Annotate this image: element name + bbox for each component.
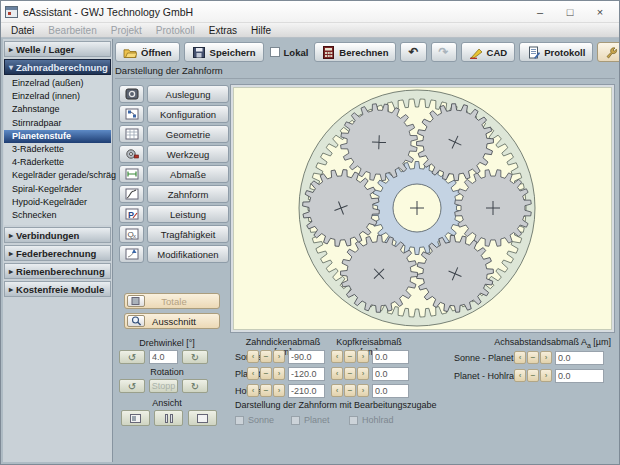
step-minus-icon[interactable]: −	[344, 367, 356, 380]
kopfkreis-sonne-input[interactable]	[372, 350, 409, 364]
achsabstand-planet-hohlrad-stepper[interactable]: ‹−›	[514, 369, 552, 382]
kopfkreis-hohlrad-input[interactable]	[372, 384, 409, 398]
step-right-icon[interactable]: ›	[273, 367, 285, 380]
geometrie-icon[interactable]	[119, 125, 144, 143]
step-left-icon[interactable]: ‹	[247, 384, 259, 397]
open-button[interactable]: Öffnen	[115, 42, 180, 62]
abmasse-icon[interactable]	[119, 165, 144, 183]
kopfkreis-planet-input[interactable]	[372, 367, 409, 381]
zahndicken-planet-input[interactable]	[288, 367, 325, 381]
auslegung-icon[interactable]	[119, 85, 144, 103]
view-split-button[interactable]	[154, 410, 183, 426]
step-left-icon[interactable]: ‹	[331, 350, 343, 363]
zahnform-button[interactable]: Zahnform	[147, 185, 229, 203]
step-right-icon[interactable]: ›	[357, 350, 369, 363]
leistung-button[interactable]: Leistung	[147, 205, 229, 223]
rotate-left-button[interactable]: ↺	[119, 350, 145, 364]
step-minus-icon[interactable]: −	[260, 367, 272, 380]
redo-button[interactable]: ↷	[431, 42, 457, 62]
sidebar-section-verbindungen[interactable]: ▸ Verbindungen	[4, 227, 111, 243]
sidebar-section-federberechnung[interactable]: ▸ Federberechnung	[4, 245, 111, 261]
maximize-button[interactable]: □	[555, 2, 585, 22]
auslegung-button[interactable]: Auslegung	[147, 85, 229, 103]
bearbeitung-hohlrad: Hohlrad	[349, 415, 394, 425]
tragfaehigkeit-button[interactable]: Tragfähigkeit	[147, 225, 229, 243]
zahndicken-planet-stepper[interactable]: ‹−›	[247, 367, 285, 380]
zahndicken-sonne-stepper[interactable]: ‹−›	[247, 350, 285, 363]
sidebar-item-einzelrad-aussen[interactable]: Einzelrad (außen)	[4, 77, 111, 90]
kopfkreis-sonne-stepper[interactable]: ‹−›	[331, 350, 369, 363]
close-button[interactable]: ×	[585, 2, 615, 22]
zahndicken-hohlrad-stepper[interactable]: ‹−›	[247, 384, 285, 397]
step-minus-icon[interactable]: −	[344, 384, 356, 397]
menu-hilfe[interactable]: Hilfe	[244, 25, 278, 36]
kopfkreis-hohlrad-stepper[interactable]: ‹−›	[331, 384, 369, 397]
achsabstand-sonne-planet-input[interactable]	[555, 351, 604, 365]
step-left-icon[interactable]: ‹	[331, 384, 343, 397]
cad-button[interactable]: CAD	[461, 42, 516, 62]
achsabstand-planet-hohlrad-input[interactable]	[555, 369, 604, 383]
step-right-icon[interactable]: ›	[357, 384, 369, 397]
step-left-icon[interactable]: ‹	[514, 369, 526, 382]
step-left-icon[interactable]: ‹	[514, 351, 526, 364]
step-right-icon[interactable]: ›	[273, 350, 285, 363]
step-minus-icon[interactable]: −	[260, 384, 272, 397]
zahndicken-hohlrad-input[interactable]	[288, 384, 325, 398]
werkzeug-button[interactable]: Werkzeug	[147, 145, 229, 163]
drehwinkel-input[interactable]	[149, 350, 178, 364]
werkzeug-icon[interactable]	[119, 145, 144, 163]
step-minus-icon[interactable]: −	[527, 351, 539, 364]
view-full-button[interactable]	[121, 410, 150, 426]
sidebar-section-kostenfreie-module[interactable]: ▸ Kostenfreie Module	[4, 281, 111, 297]
step-minus-icon[interactable]: −	[527, 369, 539, 382]
sidebar-item-3-raederkette[interactable]: 3-Räderkette	[4, 143, 111, 156]
step-right-icon[interactable]: ›	[540, 351, 552, 364]
ausschnitt-button[interactable]: Ausschnitt	[124, 313, 220, 329]
settings-button[interactable]: Einstellungen	[597, 42, 620, 62]
tragfaehigkeit-icon[interactable]: Qx	[119, 225, 144, 243]
sidebar-item-schnecken[interactable]: Schnecken	[4, 209, 111, 222]
step-right-icon[interactable]: ›	[357, 367, 369, 380]
save-button[interactable]: Speichern	[184, 42, 264, 62]
step-left-icon[interactable]: ‹	[331, 367, 343, 380]
step-right-icon[interactable]: ›	[540, 369, 552, 382]
konfiguration-icon[interactable]	[119, 105, 144, 123]
sidebar-item-zahnstange[interactable]: Zahnstange	[4, 103, 111, 116]
menu-extras[interactable]: Extras	[202, 25, 244, 36]
sidebar-item-einzelrad-innen[interactable]: Einzelrad (innen)	[4, 90, 111, 103]
undo-button[interactable]: ↶	[400, 42, 426, 62]
zahnform-icon[interactable]	[119, 185, 144, 203]
sidebar-item-4-raederkette[interactable]: 4-Räderkette	[4, 156, 111, 169]
step-right-icon[interactable]: ›	[273, 384, 285, 397]
sidebar-item-planetenstufe[interactable]: Planetenstufe	[4, 130, 111, 143]
modifikationen-icon[interactable]	[119, 245, 144, 263]
konfiguration-button[interactable]: Konfiguration	[147, 105, 229, 123]
sidebar-item-hypoid-kegelraeder[interactable]: Hypoid-Kegelräder	[4, 196, 111, 209]
step-left-icon[interactable]: ‹	[247, 367, 259, 380]
sidebar-item-stirnradpaar[interactable]: Stirnradpaar	[4, 117, 111, 130]
abmasse-button[interactable]: Abmaße	[147, 165, 229, 183]
rotation-left-button[interactable]: ↺	[119, 379, 145, 393]
rotate-right-button[interactable]: ↻	[182, 350, 208, 364]
sidebar-item-kegelraeder[interactable]: Kegelräder gerade/schräg	[4, 169, 111, 182]
step-minus-icon[interactable]: −	[344, 350, 356, 363]
zahndicken-sonne-input[interactable]	[288, 350, 325, 364]
kopfkreis-planet-stepper[interactable]: ‹−›	[331, 367, 369, 380]
geometrie-button[interactable]: Geometrie	[147, 125, 229, 143]
minimize-button[interactable]: –	[525, 2, 555, 22]
lokal-checkbox[interactable]	[270, 47, 280, 57]
menu-datei[interactable]: Datei	[4, 25, 41, 36]
sidebar-section-riemenberechnung[interactable]: ▸ Riemenberechnung	[4, 263, 111, 279]
rotation-right-button[interactable]: ↻	[182, 379, 208, 393]
sidebar-section-zahnradberechnung[interactable]: ▾ Zahnradberechnung	[4, 59, 111, 75]
sidebar-section-welle-lager[interactable]: ▸ Welle / Lager	[4, 41, 111, 57]
step-minus-icon[interactable]: −	[260, 350, 272, 363]
view-single-button[interactable]	[188, 410, 217, 426]
step-left-icon[interactable]: ‹	[247, 350, 259, 363]
leistung-icon[interactable]: P	[119, 205, 144, 223]
modifikationen-button[interactable]: Modifikationen	[147, 245, 229, 263]
calculate-button[interactable]: Berechnen	[314, 42, 396, 62]
achsabstand-sonne-planet-stepper[interactable]: ‹−›	[514, 351, 552, 364]
sidebar-item-spiral-kegelraeder[interactable]: Spiral-Kegelräder	[4, 183, 111, 196]
protokoll-button[interactable]: Protokoll	[519, 42, 593, 62]
